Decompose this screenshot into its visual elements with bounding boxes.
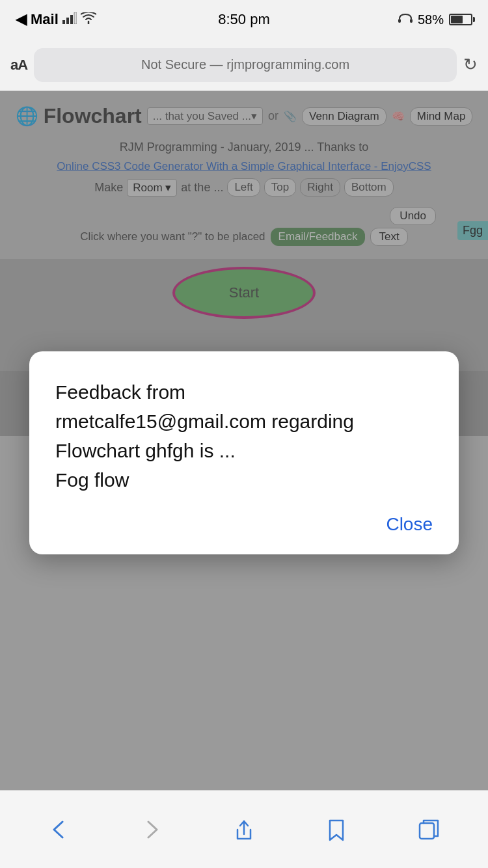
battery-percent: 58% bbox=[418, 12, 444, 27]
font-size-control[interactable]: aA bbox=[10, 57, 27, 74]
modal-dialog: Feedback from rmetcalfe15@gmail.com rega… bbox=[29, 351, 459, 554]
svg-rect-5 bbox=[410, 19, 413, 23]
status-time: 8:50 pm bbox=[218, 11, 270, 28]
reload-button[interactable]: ↻ bbox=[463, 55, 478, 75]
wifi-icon bbox=[81, 11, 96, 28]
carrier-name: Mail bbox=[31, 11, 59, 28]
share-button[interactable] bbox=[218, 810, 270, 849]
svg-rect-0 bbox=[62, 20, 65, 24]
bookmark-button[interactable] bbox=[310, 810, 362, 849]
status-left: ◀ Mail bbox=[16, 11, 96, 28]
not-secure-text: Not Secure — rjmprogramming.com bbox=[141, 57, 349, 72]
status-bar: ◀ Mail 8:50 pm bbox=[0, 0, 488, 39]
back-button[interactable] bbox=[33, 810, 85, 849]
modal-overlay: Feedback from rmetcalfe15@gmail.com rega… bbox=[0, 91, 488, 790]
status-right: 58% bbox=[398, 12, 472, 27]
modal-footer: Close bbox=[55, 514, 433, 535]
signal-icon bbox=[62, 11, 77, 28]
headphone-icon bbox=[398, 12, 413, 27]
svg-rect-3 bbox=[74, 12, 77, 24]
svg-rect-4 bbox=[398, 19, 401, 23]
close-button[interactable]: Close bbox=[386, 514, 433, 535]
bottom-nav bbox=[0, 790, 488, 868]
svg-rect-7 bbox=[420, 823, 434, 839]
modal-message: Feedback from rmetcalfe15@gmail.com rega… bbox=[55, 377, 433, 495]
tabs-button[interactable] bbox=[403, 810, 455, 849]
url-bar[interactable]: Not Secure — rjmprogramming.com bbox=[34, 48, 457, 82]
battery-icon bbox=[449, 14, 472, 25]
svg-rect-2 bbox=[70, 15, 73, 24]
back-arrow-icon: ◀ bbox=[16, 11, 27, 28]
svg-rect-1 bbox=[66, 18, 69, 24]
browser-bar: aA Not Secure — rjmprogramming.com ↻ bbox=[0, 39, 488, 91]
forward-button[interactable] bbox=[126, 810, 178, 849]
